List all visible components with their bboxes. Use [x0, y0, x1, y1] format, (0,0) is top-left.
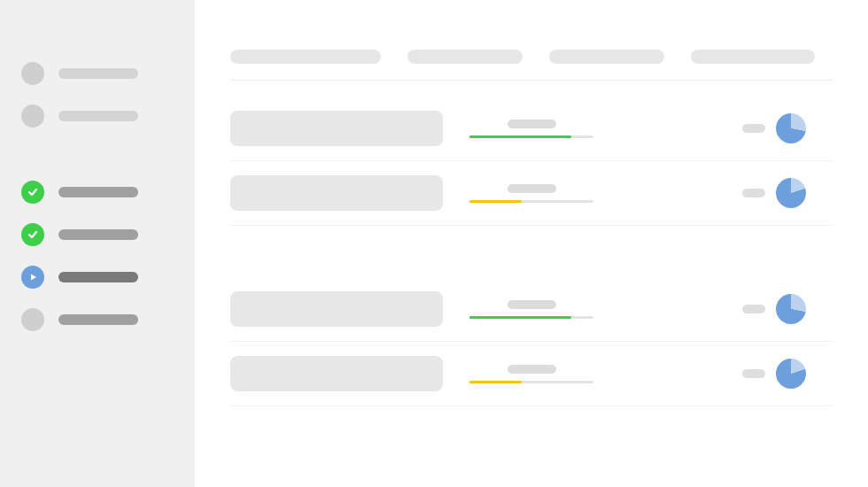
row-meta-cell: [742, 178, 833, 208]
play-circle-icon: [21, 266, 44, 289]
column-header[interactable]: [407, 50, 523, 64]
progress-fill: [469, 200, 522, 203]
sidebar-item-label: [58, 314, 138, 325]
pie-chart-icon: [776, 113, 806, 143]
pie-chart-icon: [776, 359, 806, 389]
sidebar-item-label: [58, 272, 138, 282]
row-progress-cell: [469, 120, 593, 138]
sidebar-item-pending[interactable]: [21, 308, 174, 331]
row-name-cell: [230, 291, 443, 327]
sidebar-item-done[interactable]: [21, 181, 174, 204]
row-meta-cell: [742, 294, 833, 324]
table-row[interactable]: [230, 342, 833, 406]
sidebar-item-label: [58, 229, 138, 240]
table-row[interactable]: [230, 161, 833, 226]
sidebar-item-current[interactable]: [21, 266, 174, 289]
dot-icon: [21, 62, 44, 85]
sidebar-item[interactable]: [21, 62, 174, 85]
table-section: [230, 97, 833, 226]
check-circle-icon: [21, 223, 44, 246]
sidebar-item-done[interactable]: [21, 223, 174, 246]
row-progress-cell: [469, 365, 593, 383]
table-row[interactable]: [230, 97, 833, 161]
sidebar-group-plain: [21, 62, 174, 128]
progress-fill: [469, 316, 571, 319]
row-name-cell: [230, 175, 443, 211]
meta-label: [742, 305, 765, 313]
sidebar-item[interactable]: [21, 104, 174, 128]
progress-fill: [469, 135, 571, 138]
sidebar: [0, 0, 195, 487]
row-progress-cell: [469, 300, 593, 319]
dot-icon: [21, 308, 44, 331]
row-meta-cell: [742, 113, 833, 143]
sidebar-item-label: [58, 111, 138, 121]
main-panel: [195, 0, 868, 487]
row-name-cell: [230, 356, 443, 391]
sidebar-group-status: [21, 181, 174, 331]
column-header[interactable]: [230, 50, 381, 64]
progress-label: [508, 120, 556, 128]
progress-label: [508, 365, 556, 374]
sidebar-item-label: [58, 187, 138, 197]
column-header[interactable]: [691, 50, 815, 64]
meta-label: [742, 189, 765, 197]
row-name-cell: [230, 111, 443, 146]
sidebar-item-label: [58, 68, 138, 79]
progress-label: [508, 184, 556, 193]
check-circle-icon: [21, 181, 44, 204]
column-headers: [230, 50, 833, 81]
pie-chart-icon: [776, 178, 806, 208]
progress-bar: [469, 316, 593, 319]
table-row[interactable]: [230, 277, 833, 342]
progress-bar: [469, 200, 593, 203]
column-header[interactable]: [549, 50, 664, 64]
row-meta-cell: [742, 359, 833, 389]
meta-label: [742, 369, 765, 378]
progress-fill: [469, 381, 522, 383]
app-root: [0, 0, 868, 487]
table-section: [230, 277, 833, 406]
progress-bar: [469, 135, 593, 138]
meta-label: [742, 124, 765, 133]
pie-chart-icon: [776, 294, 806, 324]
dot-icon: [21, 104, 44, 128]
progress-label: [508, 300, 556, 309]
row-progress-cell: [469, 184, 593, 203]
progress-bar: [469, 381, 593, 383]
